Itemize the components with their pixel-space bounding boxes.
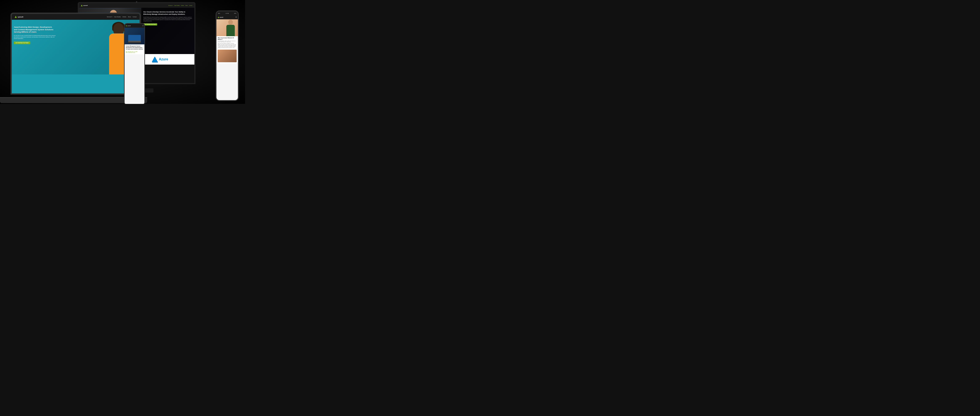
laptop-nav-about[interactable]: About [128, 16, 131, 18]
phone-center-menu-icon[interactable]: ≡ [143, 25, 143, 27]
phone-center-laptop-screen [128, 35, 141, 41]
phone-right-time: 4:21 PM [226, 13, 229, 14]
phone-center-nav: symsoft ≡ [125, 24, 145, 27]
laptop-logo-text: symsoft [18, 16, 23, 18]
monitor-hero-title: Our Cloud & DevOps Services Accelerate Y… [143, 11, 192, 15]
laptop-nav: symsoft Services ▾ Case Studies Articles… [12, 14, 140, 20]
phone-right-status-bar: BELL 4:21 PM 100% [216, 11, 238, 15]
laptop-hero-text: Award-winning Web Design, Development, a… [14, 26, 56, 44]
monitor-logo-text: symsoft [83, 5, 88, 6]
phone-center-hero-image [125, 27, 145, 45]
monitor-nav-links: Services ▾ Case Studies Articles About C… [168, 5, 192, 6]
phone-right-article-image [216, 19, 238, 36]
phone-center-cms-title: Content Management System development an… [126, 45, 143, 50]
phone-right-logo-icon [218, 17, 219, 18]
phone-right-menu-icon[interactable]: ≡ [235, 16, 237, 18]
laptop-hero-subtitle: For more than 15 years, SymSoft Solution… [14, 35, 56, 39]
laptop-cta-button[interactable]: Let's Talk About Your Project [14, 41, 30, 44]
laptop-logo-icon [15, 16, 17, 18]
monitor-nav-articles[interactable]: Articles [181, 5, 184, 6]
laptop-screen-bezel: symsoft Services ▾ Case Studies Articles… [11, 13, 141, 95]
phone-center-screen: symsoft ≡ Content Management System deve… [125, 24, 145, 104]
phone-right-body: BELL 4:21 PM 100% symsoft ≡ Why Governme… [216, 11, 239, 101]
laptop-screen: symsoft Services ▾ Case Studies Articles… [12, 14, 140, 93]
azure-text: Azure [159, 57, 168, 61]
phone-center-logo-text: symsoft [127, 25, 130, 26]
phone-center-device: symsoft ≡ Content Management System deve… [124, 23, 145, 104]
phone-right-person-head [228, 20, 233, 25]
phone-right-screen: symsoft ≡ Why Government Website UX Matt… [216, 15, 238, 100]
phone-right-article-person [225, 20, 236, 36]
azure-icon [152, 57, 158, 62]
phone-center-logo-icon [126, 25, 127, 26]
monitor-hero-text: Our Cloud & DevOps Services Accelerate Y… [141, 8, 194, 54]
phone-right-article-content: Why Government Website UX Matters? by Sy… [216, 36, 238, 63]
azure-logo: Azure [152, 57, 168, 62]
monitor-nav: symsoft Services ▾ Case Studies Articles… [79, 3, 194, 8]
monitor-logo: symsoft [81, 5, 88, 6]
laptop-nav-links: Services ▾ Case Studies Articles About C… [107, 16, 137, 18]
phone-right-article-byline: by SymSoft Solutions | Apr 23, 2021 | Us… [218, 41, 237, 42]
monitor-nav-casestudies[interactable]: Case Studies [174, 5, 180, 6]
laptop-nav-services[interactable]: Services ▾ [107, 16, 112, 18]
phone-center-body: symsoft ≡ Content Management System deve… [124, 23, 145, 104]
phone-center-laptop-base [128, 41, 141, 42]
phone-center-content: Content Management System development an… [125, 45, 145, 54]
phone-right-device: BELL 4:21 PM 100% symsoft ≡ Why Governme… [216, 11, 239, 101]
laptop-hero: Award-winning Web Design, Development, a… [12, 20, 140, 75]
laptop-nav-articles[interactable]: Articles [123, 16, 126, 18]
laptop-logo: symsoft [15, 16, 23, 18]
phone-right-logo: symsoft [218, 17, 223, 18]
monitor-nav-services[interactable]: Services ▾ [168, 5, 173, 6]
phone-right-nav: symsoft ≡ [216, 15, 238, 19]
monitor-power-dot [136, 1, 137, 3]
phone-right-article-excerpt: Why Government Website UX Matters? Summa… [218, 43, 237, 48]
phone-center-logo: symsoft [126, 25, 130, 26]
monitor-nav-about[interactable]: About [185, 5, 188, 6]
monitor-nav-contact[interactable]: Contact [189, 5, 192, 6]
phone-right-battery: 100% [234, 13, 236, 14]
phone-center-specialize-label: WE SPECIALIZE IN CMS IMPLEMENTATIONS [126, 51, 143, 53]
phone-right-carrier: BELL [218, 13, 220, 14]
phone-center-laptop-illustration [128, 35, 141, 43]
laptop-hero-title: Award-winning Web Design, Development, a… [14, 26, 56, 33]
monitor-hero-subtitle: SymSoft Solutions has extensive experien… [143, 17, 192, 22]
phone-right-article-title: Why Government Website UX Matters? [218, 37, 237, 40]
laptop-nav-contact[interactable]: Contact [133, 16, 137, 18]
laptop-nav-casestudies[interactable]: Case Studies [114, 16, 121, 18]
phone-right-person-body [226, 25, 235, 36]
phone-right-article2-image [218, 49, 237, 62]
phone-right-logo-text: symsoft [220, 17, 223, 18]
monitor-logo-icon [81, 5, 83, 6]
